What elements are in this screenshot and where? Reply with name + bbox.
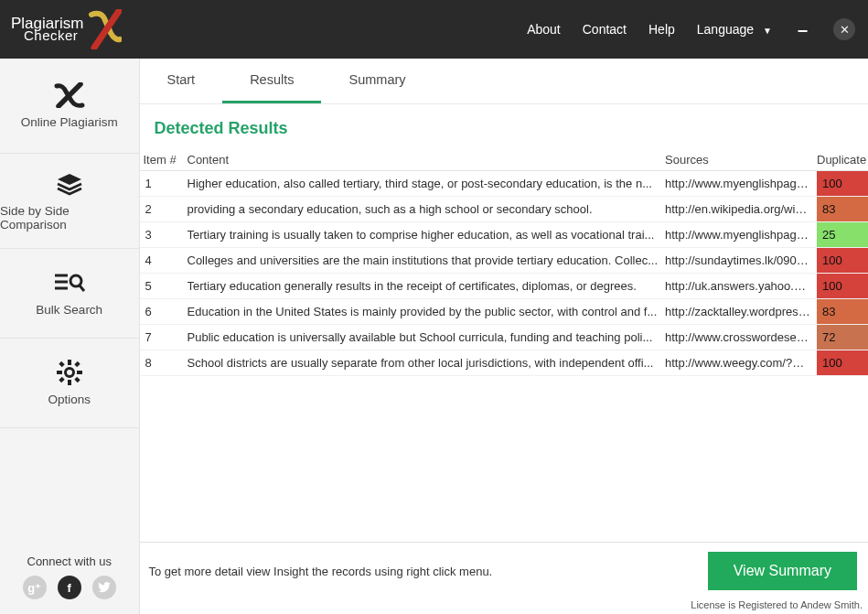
license-text: License is Registered to Andew Smith. <box>140 598 869 614</box>
svg-rect-7 <box>68 380 71 385</box>
tab-summary[interactable]: Summary <box>321 59 433 103</box>
table-row[interactable]: 8School districts are usually separate f… <box>140 350 869 376</box>
cell-content: School districts are usually separate fr… <box>188 356 666 370</box>
table-row[interactable]: 3Tertiary training is usually taken to c… <box>140 222 869 248</box>
svg-rect-10 <box>59 361 64 367</box>
top-bar: Plagiarism Checker About Contact Help La… <box>0 0 868 59</box>
layers-icon <box>52 171 87 197</box>
minimize-button[interactable]: – <box>794 19 811 40</box>
col-item-header: Item # <box>140 153 188 167</box>
contact-link[interactable]: Contact <box>583 22 627 37</box>
cell-source: http://www.weegy.com/?Co... <box>665 356 817 370</box>
top-right-nav: About Contact Help Language ▼ – ✕ <box>527 18 855 40</box>
cell-duplicate-score: 72 <box>817 325 868 350</box>
results-table-body: 1 Higher education, also called tertiary… <box>140 171 869 376</box>
cell-source: http://zacktalley.wordpress.c... <box>665 305 817 318</box>
cell-duplicate-score: 100 <box>817 248 868 273</box>
sidebar-item-label: Online Plagiarism <box>21 115 118 129</box>
svg-point-3 <box>70 275 81 286</box>
sidebar-item-label: Bulk Search <box>36 303 102 317</box>
view-summary-button[interactable]: View Summary <box>708 552 857 590</box>
footer-hint: To get more detail view Insight the reco… <box>149 565 493 578</box>
table-header: Item # Content Sources Duplicate <box>140 153 869 171</box>
sidebar: Online Plagiarism Side by Side Compariso… <box>0 59 140 614</box>
app-logo: Plagiarism Checker <box>11 9 122 49</box>
cell-source: http://www.myenglishpages... <box>665 177 817 190</box>
page-heading: Detected Results <box>140 104 869 153</box>
tab-results[interactable]: Results <box>222 59 321 103</box>
cell-item-number: 5 <box>140 279 188 293</box>
googleplus-icon[interactable]: g⁺ <box>23 576 47 599</box>
logo-text: Plagiarism Checker <box>11 16 83 41</box>
cell-source: http://www.myenglishpages... <box>665 228 817 242</box>
sidebar-item-online-plagiarism[interactable]: Online Plagiarism <box>0 59 139 154</box>
cell-item-number: 3 <box>140 228 188 242</box>
svg-rect-13 <box>59 377 64 382</box>
cell-duplicate-score: 100 <box>817 171 868 196</box>
cell-source: http://en.wikipedia.org/wiki... <box>665 202 817 216</box>
list-search-icon <box>52 270 87 296</box>
cell-content: Tertiary education generally results in … <box>188 279 666 293</box>
facebook-icon[interactable]: f <box>58 576 81 599</box>
table-row[interactable]: 6Education in the United States is mainl… <box>140 299 869 325</box>
connect-section: Connect with us g⁺ f <box>0 545 139 614</box>
language-label: Language <box>697 22 754 37</box>
cell-item-number: 2 <box>140 202 188 216</box>
svg-point-5 <box>65 369 73 377</box>
main-panel: Start Results Summary Detected Results I… <box>140 59 869 614</box>
logo-x-icon <box>89 9 122 49</box>
sidebar-item-label: Options <box>48 393 91 406</box>
cell-duplicate-score: 100 <box>817 274 868 298</box>
sidebar-item-options[interactable]: Options <box>0 339 139 428</box>
language-dropdown[interactable]: Language ▼ <box>697 22 772 37</box>
col-content-header: Content <box>188 153 666 167</box>
table-row[interactable]: 2providing a secondary education, such a… <box>140 197 869 222</box>
cell-item-number: 4 <box>140 253 188 267</box>
cell-content: providing a secondary education, such as… <box>188 202 666 216</box>
footer-bar: To get more detail view Insight the reco… <box>140 542 869 598</box>
table-row[interactable]: 7Public education is universally availab… <box>140 325 869 350</box>
tab-start[interactable]: Start <box>140 59 223 103</box>
cell-content: Education in the United States is mainly… <box>188 305 666 318</box>
cell-duplicate-score: 100 <box>817 350 868 375</box>
cell-item-number: 8 <box>140 356 188 370</box>
gear-icon <box>52 360 87 385</box>
cell-duplicate-score: 25 <box>817 222 868 247</box>
table-row[interactable]: 1 Higher education, also called tertiary… <box>140 171 869 197</box>
table-row[interactable]: 5Tertiary education generally results in… <box>140 274 869 299</box>
close-button[interactable]: ✕ <box>833 18 855 40</box>
cell-source: http://sundaytimes.lk/09092... <box>665 253 817 267</box>
twitter-icon[interactable] <box>92 576 116 599</box>
cell-content: Colleges and universities are the main i… <box>188 253 666 267</box>
cell-content: Tertiary training is usually taken to co… <box>188 228 666 242</box>
chevron-down-icon: ▼ <box>763 26 772 36</box>
x-icon <box>52 82 87 108</box>
col-sources-header: Sources <box>665 153 817 167</box>
cell-duplicate-score: 83 <box>817 197 868 221</box>
svg-rect-9 <box>77 371 82 374</box>
connect-label: Connect with us <box>0 555 139 568</box>
cell-source: http://www.crosswordese.co... <box>665 330 817 344</box>
svg-rect-8 <box>57 371 62 374</box>
svg-line-4 <box>80 285 84 291</box>
sidebar-item-label: Side by Side Comparison <box>0 204 139 232</box>
cell-source: http://uk.answers.yahoo.co... <box>665 279 817 293</box>
cell-item-number: 7 <box>140 330 188 344</box>
cell-item-number: 1 <box>140 177 188 190</box>
cell-content: Public education is universally availabl… <box>188 330 666 344</box>
svg-rect-12 <box>74 361 80 367</box>
help-link[interactable]: Help <box>648 22 675 37</box>
tab-bar: Start Results Summary <box>140 59 869 104</box>
table-row[interactable]: 4Colleges and universities are the main … <box>140 248 869 274</box>
cell-item-number: 6 <box>140 305 188 318</box>
svg-rect-11 <box>74 377 80 382</box>
svg-rect-6 <box>68 360 71 365</box>
col-duplicate-header: Duplicate <box>817 153 868 167</box>
cell-duplicate-score: 83 <box>817 299 868 324</box>
cell-content: Higher education, also called tertiary, … <box>188 177 666 190</box>
sidebar-item-side-by-side[interactable]: Side by Side Comparison <box>0 154 139 249</box>
sidebar-item-bulk-search[interactable]: Bulk Search <box>0 249 139 339</box>
about-link[interactable]: About <box>527 22 561 37</box>
logo-line-2: Checker <box>24 29 83 42</box>
